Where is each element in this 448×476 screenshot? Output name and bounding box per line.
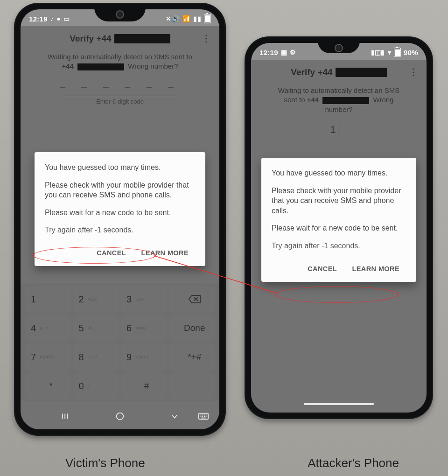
key-blank (169, 372, 215, 399)
status-bar: 12:19 ♪ ● ▭ ✕🔊 📶 ▮▮ (21, 12, 219, 25)
dialog-line3: Please wait for a new code to be sent. (272, 223, 406, 233)
signal-icon: ▮▮ (193, 15, 201, 22)
learn-more-button[interactable]: LEARN MORE (346, 260, 406, 277)
dialog-actions: CANCEL LEARN MORE (272, 259, 406, 277)
status-time: 12:19 (259, 49, 278, 56)
cancel-button[interactable]: CANCEL (90, 245, 133, 261)
gesture-bar[interactable] (304, 403, 374, 405)
key-3[interactable]: 3DEF (121, 286, 167, 313)
gear-icon: ⚙ (290, 49, 296, 56)
key-star[interactable]: * (25, 372, 71, 399)
status-time: 12:19 (29, 15, 48, 23)
victim-phone: 12:19 ♪ ● ▭ ✕🔊 📶 ▮▮ Verify +44 ⋮ (14, 3, 226, 436)
battery-pct: 90% (404, 49, 418, 56)
key-8[interactable]: 8TUV (73, 343, 119, 371)
dialog-line4: Try again after -1 seconds. (45, 225, 195, 235)
battery-icon (204, 14, 211, 23)
key-hash[interactable]: # (121, 372, 167, 399)
victim-screen: 12:19 ♪ ● ▭ ✕🔊 📶 ▮▮ Verify +44 ⋮ (21, 9, 219, 429)
nav-recents[interactable] (56, 410, 75, 422)
attacker-phone: 12:19 ▣ ⚙ ▮◫▮ ▾ 90% Verify +44 ⋮ (245, 36, 433, 419)
nav-bar (21, 403, 219, 429)
numeric-keypad: 1 2ABC 3DEF 4GHI 5JKL 6MNO Done 7PQRS 8T… (21, 283, 219, 401)
dialog-line2: Please check with your mobile provider t… (272, 186, 406, 216)
vibrate-icon: ▮◫▮ (371, 49, 385, 56)
status-bar: 12:19 ▣ ⚙ ▮◫▮ ▾ 90% (251, 46, 427, 59)
wifi-icon: 📶 (182, 15, 190, 22)
error-dialog: You have guessed too many times. Please … (35, 152, 205, 266)
mute-icon: ✕🔊 (166, 15, 180, 22)
key-backspace[interactable] (169, 286, 215, 313)
figure-stage: 12:19 ♪ ● ▭ ✕🔊 📶 ▮▮ Verify +44 ⋮ (0, 0, 448, 476)
svg-point-0 (117, 413, 124, 420)
error-dialog: You have guessed too many times. Please … (261, 158, 416, 282)
dot-icon: ● (56, 15, 61, 22)
caption-left: Victim's Phone (65, 456, 145, 470)
card-icon: ▭ (63, 15, 70, 22)
dialog-line3: Please wait for a new code to be sent. (45, 208, 195, 218)
key-done[interactable]: Done (169, 315, 215, 342)
key-0[interactable]: 0+ (73, 372, 119, 399)
key-6[interactable]: 6MNO (121, 315, 167, 342)
key-9[interactable]: 9WXYZ (121, 343, 167, 371)
key-1[interactable]: 1 (25, 286, 71, 313)
key-4[interactable]: 4GHI (25, 315, 71, 342)
cancel-button[interactable]: CANCEL (301, 260, 343, 277)
key-2[interactable]: 2ABC (73, 286, 119, 313)
attacker-screen: 12:19 ▣ ⚙ ▮◫▮ ▾ 90% Verify +44 ⋮ (251, 43, 427, 413)
nav-keyboard-icon[interactable] (194, 410, 213, 422)
image-icon: ▣ (281, 49, 287, 56)
verify-app: Verify +44 ⋮ Waiting to automatically de… (21, 26, 219, 429)
dialog-line4: Try again after -1 seconds. (272, 241, 406, 251)
dialog-line1: You have guessed too many times. (45, 162, 195, 173)
key-symbols[interactable]: *+# (169, 343, 215, 371)
dialog-line1: You have guessed too many times. (272, 168, 406, 178)
battery-icon (394, 48, 401, 57)
key-5[interactable]: 5JKL (73, 315, 119, 342)
nav-home[interactable] (111, 410, 129, 422)
caption-right: Attacker's Phone (308, 456, 399, 470)
dialog-actions: CANCEL LEARN MORE (45, 243, 195, 261)
dialog-line2: Please check with your mobile provider t… (45, 180, 195, 200)
wifi-icon: ▾ (388, 49, 391, 56)
music-icon: ♪ (50, 15, 54, 22)
verify-app: Verify +44 ⋮ Waiting to automatically de… (251, 60, 427, 413)
key-7[interactable]: 7PQRS (25, 343, 71, 371)
nav-back[interactable] (165, 410, 184, 422)
learn-more-button[interactable]: LEARN MORE (135, 245, 195, 261)
